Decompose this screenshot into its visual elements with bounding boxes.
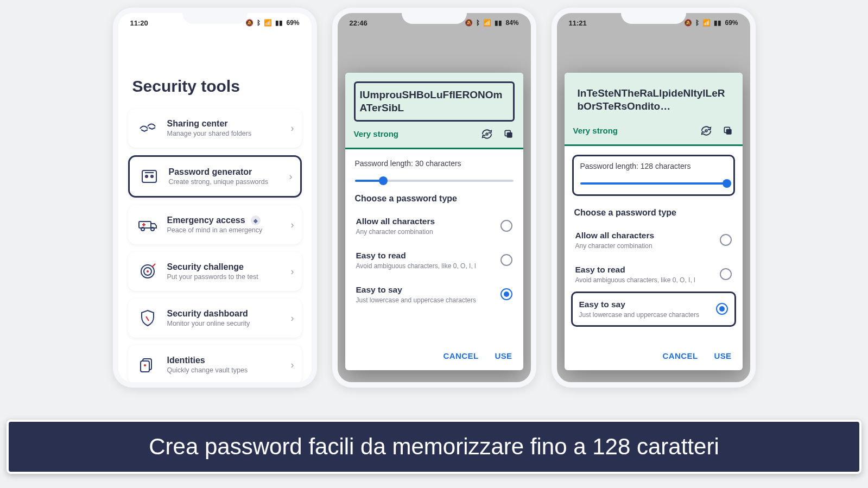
wifi-icon: 📶 (483, 19, 491, 27)
password-type-heading: Choose a password type (355, 194, 514, 204)
tool-subtitle: Put your passwords to the test (167, 273, 283, 281)
phone-notch (182, 13, 248, 24)
mute-icon: 🔕 (684, 19, 692, 27)
battery-label: 69% (286, 19, 299, 27)
tool-title: Security challenge (167, 262, 283, 272)
regenerate-icon[interactable] (481, 128, 493, 140)
radio-icon (720, 234, 732, 246)
ambulance-icon (136, 213, 160, 237)
tool-security-dashboard[interactable]: Security dashboard Monitor your online s… (128, 299, 302, 338)
svg-point-5 (151, 227, 154, 231)
password-length-label: Password length: 128 characters (580, 162, 727, 170)
option-allow-all[interactable]: Allow all characters Any character combi… (574, 223, 733, 257)
tool-title: Identities (167, 356, 283, 365)
premium-gem-icon: ◆ (251, 216, 261, 225)
password-type-heading: Choose a password type (574, 208, 733, 218)
tool-sharing-center[interactable]: Sharing center Manage your shared folder… (128, 109, 302, 148)
phone-password-generator-128: 11:21 🔕 ᛒ 📶 ▮▮ 69% S InTeSteNTheRaLlpide… (552, 8, 756, 388)
tool-title: Password generator (169, 167, 282, 177)
tool-identities[interactable]: Identities Quickly change vault types › (128, 345, 302, 384)
svg-point-1 (145, 175, 148, 178)
svg-point-15 (705, 130, 707, 132)
tool-password-generator[interactable]: Password generator Create strong, unique… (128, 155, 302, 198)
svg-rect-13 (506, 132, 512, 137)
chevron-right-icon: › (291, 123, 294, 134)
tool-title: Emergency access ◆ (167, 216, 283, 226)
option-easy-say[interactable]: Easy to say Just lowercase and uppercase… (355, 277, 514, 312)
wifi-icon: 📶 (264, 19, 272, 27)
copy-icon[interactable] (503, 128, 515, 140)
signal-icon: ▮▮ (275, 19, 283, 27)
tool-title: Security dashboard (167, 309, 283, 319)
svg-point-4 (141, 227, 144, 231)
shield-icon (136, 306, 160, 330)
tool-subtitle: Create strong, unique passwords (169, 178, 282, 186)
svg-rect-16 (726, 129, 731, 134)
svg-point-11 (144, 364, 146, 366)
mute-icon: 🔕 (245, 19, 254, 27)
tool-subtitle: Manage your shared folders (167, 130, 283, 137)
tool-emergency-access[interactable]: Emergency access ◆ Peace of mind in an e… (128, 205, 302, 244)
cancel-button[interactable]: CANCEL (443, 351, 479, 360)
battery-label: 84% (505, 19, 518, 27)
password-generator-dialog: IUmprouSHBoLuFfIERONOmATerSibL Very stro… (345, 73, 523, 370)
use-button[interactable]: USE (495, 351, 512, 360)
target-icon (136, 259, 160, 283)
generator-icon (137, 164, 161, 188)
tool-subtitle: Quickly change vault types (167, 366, 283, 374)
radio-icon (500, 254, 512, 266)
phone-notch (402, 13, 467, 24)
phone-password-generator-30: 22:46 🔕 ᛒ 📶 ▮▮ 84% S IUmprouSHBoLuFfIERO… (332, 8, 536, 388)
bluetooth-icon: ᛒ (476, 19, 480, 27)
caption-banner: Crea password facili da memorizzare fino… (7, 420, 861, 474)
regenerate-icon[interactable] (700, 125, 712, 137)
tool-title: Sharing center (167, 119, 283, 129)
radio-icon (720, 268, 732, 280)
password-strength-label: Very strong (573, 126, 618, 135)
mute-icon: 🔕 (465, 19, 473, 27)
radio-icon (500, 220, 512, 232)
phone-security-tools: 11:20 🔕 ᛒ 📶 ▮▮ 69% Security tools (113, 8, 317, 388)
generated-password-field[interactable]: InTeSteNTheRaLlpideNItylLeRbOrSTeRsOndit… (573, 81, 734, 118)
identities-icon (136, 353, 160, 377)
svg-point-12 (486, 133, 488, 135)
svg-point-8 (147, 270, 149, 272)
status-time: 22:46 (350, 19, 368, 27)
battery-label: 69% (725, 19, 738, 27)
password-length-slider[interactable] (580, 182, 727, 185)
signal-icon: ▮▮ (714, 19, 721, 27)
bluetooth-icon: ᛒ (695, 19, 699, 27)
copy-icon[interactable] (722, 125, 734, 137)
wifi-icon: 📶 (702, 19, 711, 27)
security-tools-screen: Security tools Sharing center Manage you… (118, 33, 312, 388)
status-icons: 🔕 ᛒ 📶 ▮▮ 69% (684, 19, 738, 27)
option-easy-read[interactable]: Easy to read Avoid ambiguous characters,… (574, 257, 733, 291)
tool-subtitle: Peace of mind in an emergency (167, 226, 283, 234)
radio-icon (500, 288, 512, 300)
radio-icon (716, 303, 728, 315)
status-time: 11:21 (569, 19, 587, 27)
password-length-label: Password length: 30 characters (355, 159, 514, 168)
chevron-right-icon: › (289, 171, 293, 182)
tool-security-challenge[interactable]: Security challenge Put your passwords to… (128, 252, 302, 291)
status-time: 11:20 (130, 19, 148, 27)
generated-password-field[interactable]: IUmprouSHBoLuFfIERONOmATerSibL (354, 81, 515, 122)
chevron-right-icon: › (291, 266, 294, 277)
signal-icon: ▮▮ (495, 19, 502, 27)
option-easy-say[interactable]: Easy to say Just lowercase and uppercase… (571, 291, 736, 327)
cancel-button[interactable]: CANCEL (663, 351, 698, 360)
option-allow-all[interactable]: Allow all characters Any character combi… (355, 209, 514, 243)
chevron-right-icon: › (291, 359, 294, 371)
option-easy-read[interactable]: Easy to read Avoid ambiguous characters,… (355, 243, 514, 277)
status-icons: 🔕 ᛒ 📶 ▮▮ 84% (465, 19, 518, 27)
svg-point-2 (151, 175, 153, 178)
status-icons: 🔕 ᛒ 📶 ▮▮ 69% (245, 19, 299, 27)
password-length-slider[interactable] (355, 180, 514, 182)
chevron-right-icon: › (291, 219, 294, 231)
password-generator-dialog: InTeSteNTheRaLlpideNItylLeRbOrSTeRsOndit… (565, 73, 743, 370)
page-title: Security tools (132, 77, 302, 96)
bluetooth-icon: ᛒ (257, 19, 261, 27)
tool-subtitle: Monitor your online security (167, 320, 283, 327)
use-button[interactable]: USE (714, 351, 731, 360)
sharing-icon (136, 116, 160, 140)
